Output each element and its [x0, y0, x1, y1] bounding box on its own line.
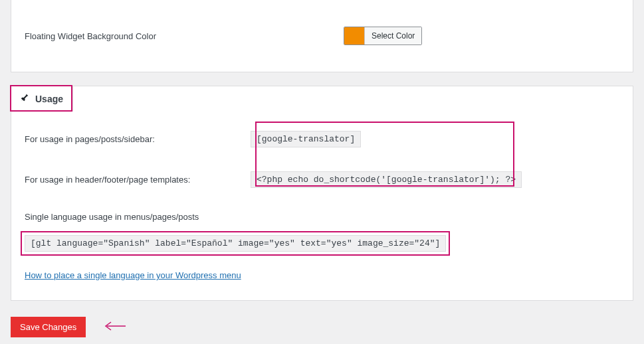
floating-bg-color-label: Floating Widget Background Color	[25, 31, 344, 41]
help-link[interactable]: How to place a single language in your W…	[25, 270, 241, 280]
save-changes-button[interactable]: Save Changes	[11, 317, 86, 337]
usage-row-php: For usage in header/footer/page template…	[25, 159, 619, 200]
usage-label-php: For usage in header/footer/page template…	[25, 175, 244, 185]
single-lang-label: Single language usage in menus/pages/pos…	[25, 200, 619, 228]
single-lang-code-wrapper: [glt language="Spanish" label="Español" …	[25, 235, 446, 252]
usage-label-shortcode: For usage in pages/posts/sidebar:	[25, 134, 244, 144]
select-color-button[interactable]: Select Color	[364, 27, 421, 44]
single-lang-code[interactable]: [glt language="Spanish" label="Español" …	[25, 235, 446, 252]
pin-icon	[21, 93, 30, 104]
usage-body: For usage in pages/posts/sidebar: [googl…	[11, 112, 633, 280]
color-picker[interactable]: Select Color	[344, 27, 422, 45]
shortcode-code[interactable]: [google-translator]	[251, 131, 361, 147]
usage-row-shortcode: For usage in pages/posts/sidebar: [googl…	[25, 119, 619, 159]
color-swatch	[344, 27, 364, 44]
php-code[interactable]: <?php echo do_shortcode('[google-transla…	[251, 171, 522, 188]
floating-bg-color-row: Floating Widget Background Color Select …	[25, 13, 619, 58]
settings-panel-top: Floating Widget Background Color Select …	[11, 0, 633, 72]
usage-panel: Usage For usage in pages/posts/sidebar: …	[11, 86, 633, 301]
usage-tab-label: Usage	[35, 94, 63, 104]
arrow-annotation-icon	[103, 321, 126, 333]
usage-tab[interactable]: Usage	[11, 86, 73, 112]
